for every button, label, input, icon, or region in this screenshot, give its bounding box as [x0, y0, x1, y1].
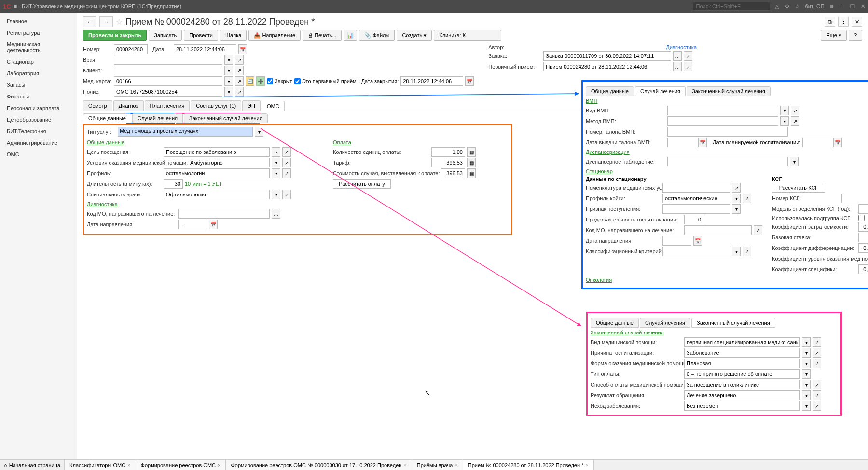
refer-mo-field[interactable] [178, 209, 270, 219]
open-icon[interactable]: ↗ [743, 247, 751, 256]
subtab-general[interactable]: Общие данные [83, 113, 131, 123]
dropdown-icon[interactable]: ▾ [255, 127, 263, 137]
calendar-icon[interactable]: 📅 [209, 220, 218, 229]
hosp-reason-field[interactable] [684, 348, 800, 358]
open-icon[interactable]: ↗ [684, 62, 692, 71]
sidebar-item-oms[interactable]: ОМС [0, 149, 77, 160]
open-icon[interactable]: ↗ [235, 55, 244, 65]
favorite-icon[interactable]: ☆ [116, 17, 123, 27]
bell-icon[interactable]: △ [775, 3, 779, 10]
outcome-field[interactable] [684, 401, 800, 411]
open-icon[interactable]: ↗ [282, 168, 291, 178]
open-icon[interactable]: ↗ [813, 390, 821, 400]
open-icon[interactable]: ↗ [235, 66, 244, 75]
sidebar-item-medical[interactable]: Медицинская деятельность [0, 39, 77, 56]
cost-field[interactable] [441, 168, 465, 178]
dropdown-icon[interactable]: ▾ [272, 190, 280, 199]
refresh-icon[interactable]: 🔄 [246, 76, 254, 86]
open-icon[interactable]: ↗ [282, 190, 291, 199]
spec-koef-field[interactable] [858, 264, 868, 274]
clinic-selector[interactable]: Клиника: К [434, 30, 501, 41]
medcard-field[interactable] [114, 76, 222, 86]
sidebar-item-lab[interactable]: Лаборатория [0, 68, 77, 79]
pay-method-field[interactable] [684, 380, 800, 389]
dropdown-icon[interactable]: ▾ [272, 158, 280, 167]
btab-registry-doc[interactable]: Формирование реестров ОМС № 000000030 от… [226, 460, 412, 470]
select-icon[interactable]: … [673, 51, 682, 61]
subtab-closed-case[interactable]: Законченный случай лечения [184, 113, 268, 123]
kebab-icon[interactable]: ⋮ [838, 17, 849, 27]
open-icon[interactable]: ↗ [813, 348, 821, 358]
btab-registry[interactable]: Формирование реестров ОМС× [136, 460, 226, 470]
restore-icon[interactable]: ❐ [850, 3, 855, 10]
post-and-close-button[interactable]: Провести и закрыть [83, 30, 147, 41]
select-icon[interactable]: … [272, 209, 280, 219]
ksg-subgroup-checkbox[interactable] [858, 215, 865, 221]
hosp-duration-field[interactable] [684, 215, 703, 224]
ksg-model-field[interactable] [858, 204, 868, 214]
primary-checkbox[interactable]: Это первичный приём [294, 78, 357, 84]
menu-icon[interactable]: ≡ [14, 3, 17, 9]
calc-icon[interactable]: ▦ [467, 147, 476, 157]
diff-koef-field[interactable] [858, 243, 868, 253]
open-icon[interactable]: ↗ [732, 183, 741, 193]
calc-pay-button[interactable]: Рассчитать оплату [333, 179, 391, 189]
open-icon[interactable]: ↗ [684, 51, 692, 61]
conditions-field[interactable] [188, 158, 270, 167]
hosp-planned-date-field[interactable] [802, 138, 831, 147]
sidebar-item-stock[interactable]: Запасы [0, 79, 77, 91]
report-icon[interactable]: 📊 [344, 30, 357, 41]
blue-tab-closed[interactable]: Законченный случай лечения [687, 86, 771, 96]
policy-field[interactable] [114, 87, 222, 97]
refer-date-field[interactable] [178, 220, 207, 229]
minimize-icon[interactable]: — [839, 3, 844, 9]
calendar-icon[interactable]: 📅 [698, 138, 707, 147]
dropdown-icon[interactable]: ▾ [732, 194, 741, 203]
dropdown-icon[interactable]: ▾ [802, 380, 811, 389]
units-field[interactable] [431, 147, 465, 157]
ksg-number-field[interactable] [841, 194, 868, 203]
btab-current[interactable]: Прием № 000024280 от 28.11.2022 Проведен… [463, 460, 594, 470]
calendar-icon[interactable]: 📅 [693, 236, 702, 246]
close-page-icon[interactable]: ✕ [852, 17, 862, 27]
dropdown-icon[interactable]: ▾ [224, 66, 233, 75]
admission-field[interactable] [662, 204, 730, 214]
dropdown-icon[interactable]: ▾ [802, 369, 811, 379]
dropdown-icon[interactable]: ▾ [272, 168, 280, 178]
refer-mo-field2[interactable] [684, 225, 752, 235]
disp-obs-field[interactable] [667, 157, 788, 166]
calc-icon[interactable]: ▦ [467, 158, 476, 167]
dropdown-icon[interactable]: ▾ [802, 359, 811, 368]
blue-tab-general[interactable]: Общие данные [586, 86, 634, 96]
dropdown-icon[interactable]: ▾ [802, 337, 811, 347]
calc-icon[interactable]: ▦ [467, 168, 476, 178]
create-button[interactable]: Создать ▾ [397, 30, 432, 41]
help-button[interactable]: ? [849, 30, 862, 41]
result-field[interactable] [684, 390, 800, 400]
blue-tab-case[interactable]: Случай лечения [635, 86, 686, 96]
print-button[interactable]: 🖨 Печать... [303, 30, 342, 41]
number-field[interactable] [114, 44, 148, 54]
add-icon[interactable]: ➕ [256, 76, 265, 86]
more-button[interactable]: Еще ▾ [821, 30, 846, 41]
pink-tab-general[interactable]: Общие данные [591, 318, 639, 328]
close-icon[interactable]: × [455, 462, 457, 468]
sidebar-item-telephony[interactable]: БИТ.Телефония [0, 125, 77, 137]
doctor-field[interactable] [114, 55, 222, 65]
sidebar-item-finance[interactable]: Финансы [0, 91, 77, 102]
primary-visit-field[interactable] [543, 62, 671, 71]
vmp-ticket-date-field[interactable] [667, 138, 696, 147]
request-field[interactable] [543, 51, 671, 61]
popout-icon[interactable]: ⧉ [825, 17, 835, 27]
history-icon[interactable]: ⟲ [785, 3, 789, 10]
dropdown-icon[interactable]: ▾ [790, 157, 799, 166]
post-button[interactable]: Провести [184, 30, 218, 41]
files-button[interactable]: 📎 Файлы [359, 30, 395, 41]
tab-exam[interactable]: Осмотр [83, 100, 112, 111]
user-label[interactable]: бит_ОП [805, 3, 825, 9]
dropdown-icon[interactable]: ▾ [224, 76, 233, 86]
tab-plan[interactable]: План лечения [145, 100, 190, 111]
open-icon[interactable]: ↗ [754, 225, 762, 235]
settings-icon[interactable]: ≡ [830, 3, 833, 9]
btab-visits[interactable]: Приёмы врача× [412, 460, 463, 470]
